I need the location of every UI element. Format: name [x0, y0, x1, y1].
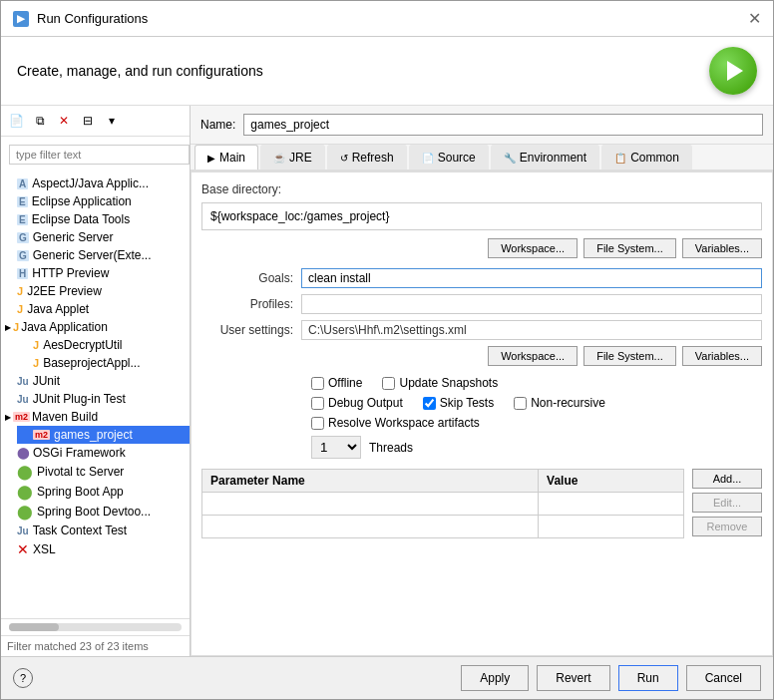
tab-source-label: Source — [438, 151, 476, 165]
apply-button[interactable]: Apply — [461, 665, 529, 691]
resolve-workspace-checkbox-label[interactable]: Resolve Workspace artifacts — [311, 416, 480, 430]
sidebar-item-baseproject[interactable]: J BaseprojectAppl... — [17, 354, 190, 372]
sidebar-item-junit-plugin[interactable]: Ju JUnit Plug-in Test — [1, 390, 190, 408]
variables-btn-2[interactable]: Variables... — [682, 346, 762, 366]
filter-input[interactable] — [9, 145, 190, 165]
collapse-button[interactable]: ⊟ — [77, 110, 99, 132]
sidebar-item-spring-boot[interactable]: ⬤ Spring Boot App — [1, 482, 190, 502]
base-dir-label: Base directory: — [201, 182, 762, 196]
osgi-icon: ⬤ — [17, 447, 29, 460]
filesystem-btn-2[interactable]: File System... — [583, 346, 676, 366]
sidebar-group-java-app[interactable]: ▶ J Java Application — [1, 318, 190, 336]
tab-main[interactable]: ▶ Main — [194, 145, 258, 170]
goals-input[interactable] — [301, 268, 762, 288]
tab-jre[interactable]: ☕ JRE — [260, 145, 325, 170]
sidebar-item-generic-server-ext[interactable]: G Generic Server(Exte... — [1, 246, 190, 264]
offline-checkbox[interactable] — [311, 377, 324, 390]
java-applet-icon: J — [17, 303, 23, 315]
tab-refresh-label: Refresh — [352, 151, 394, 165]
sidebar-item-j2ee[interactable]: J J2EE Preview — [1, 282, 190, 300]
skip-tests-checkbox[interactable] — [423, 397, 436, 410]
sidebar-item-spring-devtools[interactable]: ⬤ Spring Boot Devtoo... — [1, 502, 190, 522]
window-title: Run Configurations — [37, 11, 148, 26]
aes-icon: J — [33, 339, 39, 351]
offline-checkbox-label[interactable]: Offline — [311, 376, 362, 390]
filesystem-btn-1[interactable]: File System... — [583, 238, 676, 258]
sidebar-item-eclipse-data[interactable]: E Eclipse Data Tools — [1, 210, 190, 228]
java-app-children: J AesDecryptUtil J BaseprojectAppl... — [1, 336, 190, 372]
variables-btn-1[interactable]: Variables... — [682, 238, 762, 258]
update-snapshots-checkbox[interactable] — [382, 377, 395, 390]
checkboxes-row-1: Offline Update Snapshots — [201, 376, 762, 390]
remove-button[interactable]: Remove — [692, 517, 762, 536]
xsl-icon: ✕ — [17, 541, 29, 557]
sidebar-item-osgi[interactable]: ⬤ OSGi Framework — [1, 444, 190, 462]
tab-common[interactable]: 📋 Common — [601, 145, 692, 170]
sidebar-item-http[interactable]: H HTTP Preview — [1, 264, 190, 282]
sidebar-group-maven[interactable]: ▶ m2 Maven Build — [1, 408, 190, 426]
resolve-workspace-checkbox[interactable] — [311, 417, 324, 430]
threads-select[interactable]: 1 2 4 — [311, 436, 361, 459]
sidebar-item-junit[interactable]: Ju JUnit — [1, 372, 190, 390]
edit-button[interactable]: Edit... — [692, 493, 762, 513]
sidebar-item-task-context[interactable]: Ju Task Context Test — [1, 522, 190, 539]
sidebar-item-java-applet[interactable]: J Java Applet — [1, 300, 190, 318]
sidebar-item-aes[interactable]: J AesDecryptUtil — [17, 336, 190, 354]
sidebar-item-aspect-java[interactable]: A AspectJ/Java Applic... — [1, 175, 190, 192]
tab-refresh[interactable]: ↺ Refresh — [327, 145, 407, 170]
spring-boot-icon: ⬤ — [17, 484, 33, 500]
sidebar-item-generic-server[interactable]: G Generic Server — [1, 228, 190, 246]
title-bar-left: ▶ Run Configurations — [13, 11, 148, 27]
duplicate-button[interactable]: ⧉ — [29, 110, 51, 132]
name-input[interactable] — [243, 114, 763, 136]
debug-output-checkbox[interactable] — [311, 397, 324, 410]
close-button[interactable]: ✕ — [748, 9, 761, 28]
update-snapshots-checkbox-label[interactable]: Update Snapshots — [382, 376, 498, 390]
tab-main-label: Main — [219, 151, 245, 165]
bottom-bar: ? Apply Revert Run Cancel — [1, 656, 773, 699]
params-col-name: Parameter Name — [202, 470, 539, 493]
add-button[interactable]: Add... — [692, 469, 762, 489]
debug-output-label: Debug Output — [328, 396, 403, 410]
sidebar-group-label: Maven Build — [32, 410, 98, 424]
skip-tests-label: Skip Tests — [440, 396, 494, 410]
env-tab-icon: 🔧 — [504, 153, 516, 164]
revert-button[interactable]: Revert — [537, 665, 609, 691]
table-cell-value — [539, 516, 684, 538]
run-icon-button[interactable] — [709, 47, 757, 95]
non-recursive-checkbox-label[interactable]: Non-recursive — [514, 396, 605, 410]
run-configurations-window: ▶ Run Configurations ✕ Create, manage, a… — [0, 0, 774, 700]
title-bar: ▶ Run Configurations ✕ — [1, 1, 773, 37]
run-button[interactable]: Run — [618, 665, 678, 691]
params-left: Parameter Name Value — [201, 469, 684, 546]
tab-common-label: Common — [630, 151, 679, 165]
debug-output-checkbox-label[interactable]: Debug Output — [311, 396, 403, 410]
delete-button[interactable]: ✕ — [53, 110, 75, 132]
base-dir-value: ${workspace_loc:/games_project} — [201, 202, 762, 230]
sidebar-item-games-project[interactable]: m2 games_project — [17, 426, 190, 444]
skip-tests-checkbox-label[interactable]: Skip Tests — [423, 396, 494, 410]
non-recursive-checkbox[interactable] — [514, 397, 527, 410]
header-subtitle: Create, manage, and run configurations — [17, 63, 263, 79]
user-settings-input[interactable] — [301, 320, 762, 340]
sidebar-item-eclipse-app[interactable]: E Eclipse Application — [1, 192, 190, 210]
new-config-button[interactable]: 📄 — [5, 110, 27, 132]
non-recursive-label: Non-recursive — [531, 396, 605, 410]
cancel-button[interactable]: Cancel — [686, 665, 761, 691]
workspace-btn-1[interactable]: Workspace... — [488, 238, 578, 258]
header: Create, manage, and run configurations — [1, 37, 773, 106]
maven-children: m2 games_project — [1, 426, 190, 444]
sidebar-item-pivotal[interactable]: ⬤ Pivotal tc Server — [1, 462, 190, 482]
sidebar-item-xsl[interactable]: ✕ XSL — [1, 539, 190, 559]
profiles-input[interactable] — [301, 294, 762, 314]
workspace-btn-2[interactable]: Workspace... — [488, 346, 578, 366]
bottom-left: ? — [13, 668, 453, 688]
tab-environment-label: Environment — [520, 151, 586, 165]
horizontal-scrollbar[interactable] — [9, 623, 182, 631]
more-options-button[interactable]: ▾ — [101, 110, 123, 132]
tab-environment[interactable]: 🔧 Environment — [491, 145, 599, 170]
maven-expand-icon: ▶ — [5, 413, 11, 422]
tab-source[interactable]: 📄 Source — [409, 145, 489, 170]
help-button[interactable]: ? — [13, 668, 33, 688]
refresh-tab-icon: ↺ — [340, 153, 348, 164]
